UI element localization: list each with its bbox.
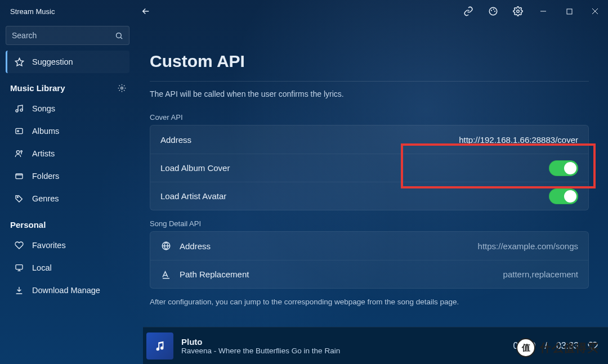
svg-marker-7	[15, 58, 23, 65]
music-note-icon	[14, 104, 24, 113]
monitor-icon	[14, 263, 24, 272]
song-api-footnote: After configuration, you can jump to the…	[150, 298, 589, 306]
sidebar-item-albums[interactable]: Albums	[6, 120, 129, 142]
sidebar-item-favorites[interactable]: Favorites	[6, 234, 129, 257]
svg-point-12	[17, 131, 19, 132]
card-song-api: Address https://example.com/songs Path R…	[150, 231, 589, 289]
toggle-load-artist[interactable]	[549, 188, 578, 204]
search-input[interactable]	[12, 31, 115, 40]
sidebar-item-label: Folders	[32, 172, 59, 181]
sidebar-item-label: Favorites	[32, 241, 66, 250]
section-music-library: Music Library	[6, 73, 129, 97]
sidebar-item-label: Songs	[32, 104, 55, 113]
album-icon	[14, 127, 24, 136]
globe-icon	[160, 241, 172, 251]
heart-icon	[14, 241, 24, 250]
svg-point-9	[16, 110, 18, 112]
group-song-api: Song Detail API	[150, 219, 589, 228]
time-elapsed: 01:50	[513, 341, 535, 351]
sidebar-item-label: Local	[32, 263, 52, 272]
tag-icon	[14, 194, 24, 203]
svg-rect-15	[16, 174, 23, 179]
minimize-button[interactable]	[530, 0, 556, 23]
row-path-replacement[interactable]: Path Replacement pattern,replacement	[150, 260, 588, 288]
row-load-artist: Load Artist Avatar	[150, 182, 588, 210]
svg-point-8	[121, 87, 123, 89]
toggle-load-album[interactable]	[549, 160, 578, 176]
sidebar-item-label: Albums	[32, 127, 59, 136]
address-label: Address	[160, 135, 191, 145]
svg-rect-17	[16, 265, 23, 269]
search-box[interactable]	[6, 26, 129, 45]
download-icon	[14, 286, 24, 295]
sidebar-item-label: Genres	[32, 194, 59, 203]
sidebar-item-genres[interactable]: Genres	[6, 187, 129, 210]
svg-point-10	[20, 109, 23, 111]
sidebar-item-label: Suggestion	[32, 57, 73, 66]
path-label: Path Replacement	[180, 269, 249, 279]
link-icon[interactable]	[456, 0, 481, 23]
sidebar-item-label: Download Manage	[32, 286, 100, 295]
svg-point-3	[494, 11, 495, 12]
group-cover-api: Cover API	[150, 113, 589, 122]
artist-icon	[14, 149, 24, 158]
load-album-label: Load Album Cover	[160, 163, 230, 173]
load-artist-label: Load Artist Avatar	[160, 191, 226, 201]
sidebar-item-suggestion[interactable]: Suggestion	[6, 51, 129, 73]
theme-icon[interactable]	[481, 0, 506, 23]
time-total: 03:33	[556, 341, 579, 351]
sidebar-item-label: Artists	[32, 149, 55, 158]
section-personal: Personal	[6, 210, 129, 234]
back-button[interactable]	[133, 0, 158, 23]
svg-point-14	[21, 151, 23, 152]
track-title: Pluto	[181, 337, 340, 347]
svg-point-0	[489, 7, 497, 15]
titlebar: Stream Music	[0, 0, 608, 23]
maximize-button[interactable]	[556, 0, 582, 23]
card-cover-api: Address http://192.168.1.66:28883/cover …	[150, 125, 589, 210]
song-address-placeholder: https://example.com/songs	[478, 241, 578, 251]
sidebar-item-songs[interactable]: Songs	[6, 97, 129, 120]
sidebar: Suggestion Music Library Songs Albums Ar…	[0, 23, 135, 364]
row-load-album: Load Album Cover	[150, 154, 588, 182]
sidebar-item-folders[interactable]: Folders	[6, 165, 129, 187]
album-cover[interactable]	[146, 332, 173, 359]
svg-point-16	[17, 196, 18, 197]
settings-icon[interactable]	[506, 0, 530, 23]
path-placeholder: pattern,replacement	[503, 269, 578, 279]
star-icon	[14, 57, 24, 67]
song-address-label: Address	[180, 241, 211, 251]
svg-point-2	[493, 8, 494, 10]
divider	[150, 81, 589, 82]
folder-icon	[14, 172, 24, 181]
svg-point-13	[16, 151, 19, 154]
svg-rect-5	[567, 9, 572, 14]
now-playing-bar: Pluto Raveena - Where the Butterflies Go…	[143, 327, 608, 364]
search-icon	[115, 32, 123, 40]
row-cover-address[interactable]: Address http://192.168.1.66:28883/cover	[150, 125, 588, 154]
page-title: Custom API	[150, 52, 597, 71]
sidebar-item-local[interactable]: Local	[6, 257, 129, 279]
sidebar-item-download[interactable]: Download Manage	[6, 279, 129, 302]
svg-point-4	[517, 10, 520, 13]
library-settings-icon[interactable]	[118, 84, 126, 92]
row-song-address[interactable]: Address https://example.com/songs	[150, 232, 588, 260]
page-help-text: The API will be called when the user con…	[150, 89, 589, 98]
track-artist: Raveena - Where the Butterflies Go in th…	[181, 347, 340, 355]
sidebar-item-artists[interactable]: Artists	[6, 142, 129, 165]
track-info[interactable]: Pluto Raveena - Where the Butterflies Go…	[181, 337, 340, 355]
address-value: http://192.168.1.66:28883/cover	[459, 135, 578, 145]
svg-point-6	[117, 33, 122, 38]
favorite-icon[interactable]	[588, 341, 598, 351]
text-icon	[160, 269, 172, 280]
main-content: Custom API The API will be called when t…	[135, 23, 608, 364]
svg-point-1	[491, 10, 492, 11]
close-button[interactable]	[582, 0, 608, 23]
app-title: Stream Music	[10, 7, 55, 16]
